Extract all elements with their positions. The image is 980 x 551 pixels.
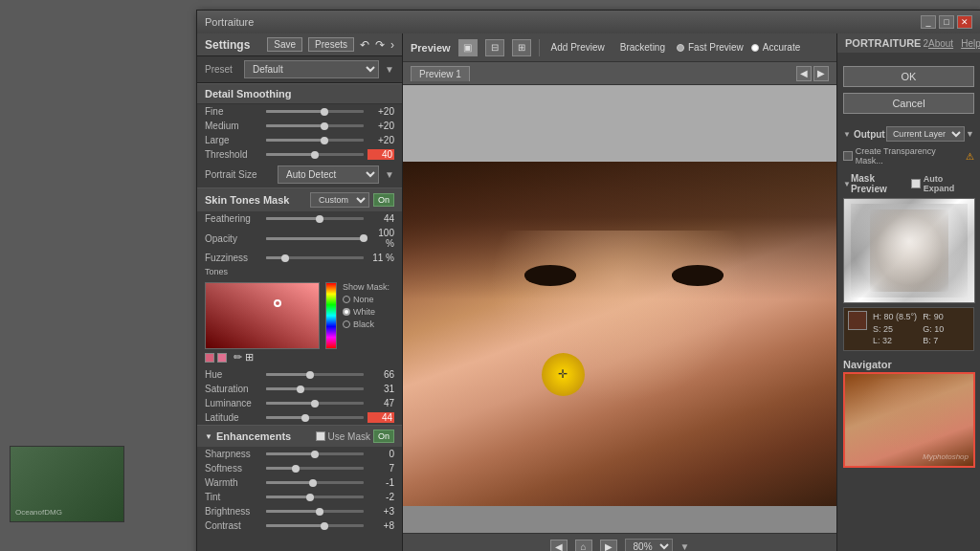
auto-expand-checkbox[interactable]	[911, 179, 921, 188]
preview-tab-1[interactable]: Preview 1	[411, 66, 470, 81]
create-transparency-checkbox[interactable]	[843, 151, 853, 161]
enhancements-on-badge[interactable]: On	[373, 430, 394, 443]
white-radio[interactable]: White	[343, 307, 390, 317]
title-bar: Portraiture _ □ ✕	[197, 11, 980, 33]
warmth-slider[interactable]	[266, 481, 364, 484]
fuzziness-slider[interactable]	[266, 256, 364, 259]
save-button[interactable]: Save	[267, 37, 302, 52]
sharpness-slider[interactable]	[266, 452, 364, 455]
help-link[interactable]: Help	[961, 38, 980, 49]
color-s: S: 25	[873, 323, 917, 336]
medium-slider[interactable]	[266, 124, 364, 127]
softness-slider-row: Softness 7	[197, 461, 402, 475]
single-view-button[interactable]: ▣	[458, 39, 478, 56]
split-view-button[interactable]: ⊟	[485, 39, 504, 56]
minimize-button[interactable]: _	[921, 15, 936, 29]
home-button[interactable]: ⌂	[575, 540, 592, 552]
color-values: H: 80 (8.5°) S: 25 L: 32	[873, 311, 917, 347]
bottom-left-area: OceanofDMG	[10, 446, 124, 522]
navigator-section: Navigator Myphotoshop	[843, 357, 974, 468]
tint-slider-row: Tint -2	[197, 490, 402, 504]
saturation-value: 31	[368, 384, 394, 394]
eyedropper-icon[interactable]: ✏	[234, 351, 242, 364]
large-label: Large	[205, 135, 262, 145]
face-highlight	[490, 231, 750, 403]
settings-title: Settings	[205, 38, 250, 52]
picker-icon[interactable]: ⊞	[245, 351, 254, 364]
presets-button[interactable]: Presets	[308, 37, 354, 52]
output-dropdown-icon: ▼	[966, 129, 974, 139]
preview-prev-button[interactable]: ◀	[796, 66, 812, 81]
softness-slider[interactable]	[266, 467, 364, 470]
brightness-slider[interactable]	[266, 510, 364, 513]
black-label: Black	[353, 320, 374, 329]
about-link[interactable]: About	[928, 38, 953, 49]
black-radio[interactable]: Black	[343, 320, 390, 329]
watermark-text: Myphotoshop	[923, 452, 969, 461]
large-slider-row: Large +20	[197, 133, 402, 147]
zoom-in-button[interactable]: ▶	[600, 540, 617, 552]
zoom-out-button[interactable]: ◀	[550, 540, 568, 552]
fast-preview-label: Fast Preview	[688, 42, 744, 53]
hue-slider[interactable]	[266, 373, 364, 376]
contrast-label: Contrast	[205, 520, 262, 531]
brightness-label: Brightness	[205, 506, 262, 517]
output-triangle: ▼	[843, 130, 851, 139]
enhancements-title: ▼ Enhancements	[205, 430, 291, 442]
warning-icon: ⚠	[966, 151, 974, 162]
use-mask-label: Use Mask On	[316, 430, 394, 443]
undo-icon[interactable]: ↶	[360, 38, 369, 52]
saturation-slider-row: Saturation 31	[197, 382, 402, 396]
preview-next-button[interactable]: ▶	[813, 66, 829, 81]
dual-view-button[interactable]: ⊞	[512, 39, 531, 56]
color-gradient[interactable]	[205, 282, 320, 349]
luminance-slider[interactable]	[266, 402, 364, 405]
threshold-slider[interactable]	[266, 153, 364, 156]
latitude-slider-row: Latitude 44	[197, 410, 402, 425]
tint-slider[interactable]	[266, 496, 364, 498]
ok-button[interactable]: OK	[843, 66, 974, 87]
saturation-slider[interactable]	[266, 387, 364, 390]
opacity-slider[interactable]	[266, 237, 364, 240]
color-r: R: 90	[923, 311, 944, 323]
none-radio[interactable]: None	[343, 295, 390, 304]
bracketing-button[interactable]: Bracketing	[616, 40, 669, 55]
redo-icon[interactable]: ↷	[375, 38, 385, 52]
secondary-color-swatch[interactable]	[217, 353, 227, 363]
accurate-radio[interactable]: Accurate	[751, 42, 800, 53]
add-preview-button[interactable]: Add Preview	[547, 40, 609, 55]
fine-slider[interactable]	[266, 110, 364, 113]
skin-tone-select[interactable]: Custom	[310, 192, 369, 208]
latitude-slider[interactable]	[266, 416, 364, 419]
feathering-slider-row: Feathering 44	[197, 211, 402, 226]
white-radio-circle	[343, 308, 350, 316]
color-strip[interactable]	[325, 282, 337, 349]
nav-face-highlight	[852, 379, 968, 461]
zoom-select[interactable]: 80%	[625, 539, 673, 551]
primary-color-swatch[interactable]	[205, 353, 214, 363]
cancel-button[interactable]: Cancel	[843, 93, 974, 114]
create-transparency-label: Create Transparency Mask...	[856, 146, 963, 165]
preset-select[interactable]: Default	[244, 60, 379, 78]
threshold-slider-row: Threshold 40	[197, 147, 402, 162]
use-mask-checkbox[interactable]	[316, 431, 325, 441]
contrast-slider[interactable]	[266, 524, 364, 527]
medium-value: +20	[368, 121, 394, 131]
portrait-size-select[interactable]: Auto Detect	[278, 165, 379, 184]
zoom-dropdown-icon: ▼	[680, 541, 690, 551]
output-select[interactable]: Current Layer	[886, 126, 965, 142]
large-slider[interactable]	[266, 139, 364, 142]
skin-on-badge[interactable]: On	[373, 193, 394, 207]
close-button[interactable]: ✕	[957, 15, 972, 29]
feathering-slider[interactable]	[266, 217, 364, 220]
right-header-links: About Help	[928, 38, 980, 49]
softness-value: 7	[368, 463, 394, 474]
maximize-button[interactable]: □	[939, 15, 954, 29]
fast-preview-radio[interactable]: Fast Preview	[677, 42, 744, 53]
arrow-icon[interactable]: ›	[390, 38, 394, 52]
fine-value: +20	[368, 106, 394, 117]
enhancements-header: ▼ Enhancements Use Mask On	[197, 425, 402, 447]
mask-preview-image	[843, 198, 975, 303]
main-window: Portraiture _ □ ✕ Settings Save Presets …	[196, 10, 980, 551]
hue-value: 66	[368, 369, 394, 380]
